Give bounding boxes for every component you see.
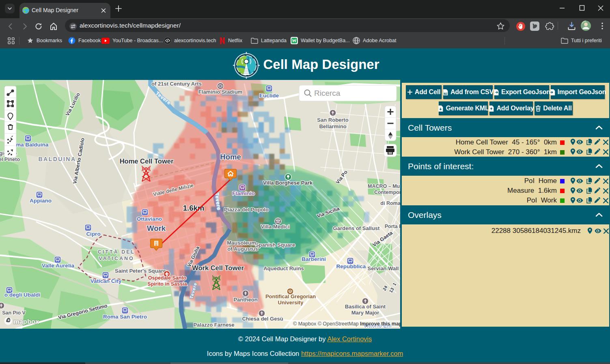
- svg-text:Gardens of Sallust: Gardens of Sallust: [333, 225, 380, 231]
- svg-text:CITTÀ DEL: CITTÀ DEL: [98, 249, 135, 255]
- svg-text:Aqueduct Ruins: Aqueduct Ruins: [263, 265, 304, 271]
- svg-text:Appiano: Appiano: [30, 198, 52, 204]
- svg-text:Ricerca: Ricerca: [314, 89, 341, 97]
- svg-text:Spirito in Sassia: Spirito in Sassia: [147, 281, 187, 287]
- svg-text:Work Cell Tower: Work Cell Tower: [192, 264, 244, 271]
- svg-text:Basilica of Saint: Basilica of Saint: [345, 304, 386, 310]
- svg-text:di Roma: di Roma: [380, 200, 400, 206]
- svg-text:Work: Work: [147, 224, 166, 233]
- svg-text:Repubblica: Repubblica: [336, 263, 366, 269]
- svg-text:Valle Aurelia: Valle Aurelia: [42, 263, 74, 269]
- svg-text:Villa Medici: Villa Medici: [261, 224, 290, 230]
- svg-text:© Mapbox © OpenStreetMap Impro: © Mapbox © OpenStreetMap Improve this ma…: [293, 321, 400, 327]
- svg-text:Servian Wall: Servian Wall: [368, 265, 399, 271]
- svg-text:VATICANO: VATICANO: [99, 256, 134, 261]
- svg-text:Palazzo Farnese: Palazzo Farnese: [193, 322, 234, 328]
- svg-text:BALDUINA: BALDUINA: [38, 156, 76, 162]
- svg-text:San Pio V: San Pio V: [2, 310, 26, 316]
- svg-text:Vatican City: Vatican City: [91, 278, 122, 284]
- svg-text:o degli Ubaldi: o degli Ubaldi: [4, 292, 41, 298]
- svg-text:Porta Pr: Porta Pr: [385, 224, 400, 229]
- svg-text:MACRO – Museo d: MACRO – Museo d: [368, 183, 400, 189]
- svg-text:of Augustus: of Augustus: [227, 246, 258, 252]
- svg-text:Mausoleum: Mausoleum: [227, 240, 256, 246]
- svg-text:Chiesa del Gesù: Chiesa del Gesù: [242, 316, 283, 322]
- svg-text:Flaminio: Flaminio: [232, 190, 255, 196]
- svg-text:Pontifical Gregorian: Pontifical Gregorian: [265, 293, 316, 299]
- svg-text:Flaminio Stadium: Flaminio Stadium: [198, 89, 242, 95]
- svg-text:Euclide: Euclide: [259, 93, 279, 99]
- svg-text:Cipro: Cipro: [86, 231, 100, 237]
- svg-text:mapbox: mapbox: [13, 318, 39, 325]
- svg-text:Roma San Pietro: Roma San Pietro: [103, 314, 147, 320]
- svg-text:Home Cell Tower: Home Cell Tower: [120, 157, 174, 165]
- svg-text:San Roberto: San Roberto: [317, 117, 348, 123]
- svg-text:CSV: CSV: [444, 93, 448, 95]
- svg-text:University: University: [278, 299, 304, 306]
- svg-text:Bellarmino: Bellarmino: [319, 123, 346, 129]
- svg-text:Barberini: Barberini: [302, 256, 325, 262]
- svg-text:Mary Major: Mary Major: [351, 310, 379, 316]
- svg-text:Pantheon: Pantheon: [233, 297, 257, 303]
- svg-text:Villa Borghese Park: Villa Borghese Park: [263, 180, 313, 186]
- svg-text:Saint Peter's Square: Saint Peter's Square: [115, 268, 166, 274]
- svg-text:of 21st Century Arts: of 21st Century Arts: [151, 81, 202, 87]
- svg-text:oma Balduina: oma Balduina: [13, 142, 49, 148]
- svg-text:Piazza del Popolo: Piazza del Popolo: [224, 207, 269, 213]
- svg-text:Ottaviano: Ottaviano: [137, 216, 162, 222]
- svg-text:Ospedale Santo: Ospedale Santo: [148, 275, 187, 281]
- svg-text:Contemporane: Contemporane: [374, 190, 400, 195]
- svg-text:Spanish Square: Spanish Square: [255, 242, 295, 248]
- svg-text:Home: Home: [220, 153, 241, 161]
- svg-text:1.6km: 1.6km: [183, 204, 204, 212]
